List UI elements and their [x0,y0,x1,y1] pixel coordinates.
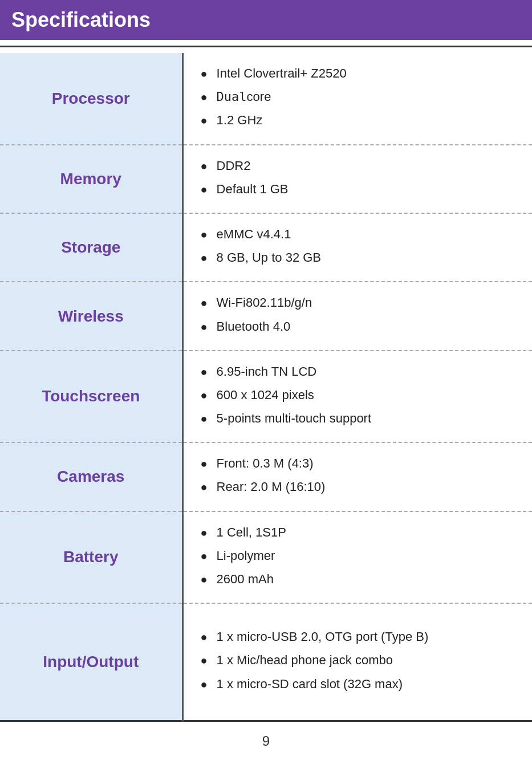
spec-detail: eMMC v4.4.18 GB, Up to 32 GB [182,213,532,282]
spec-detail-item: Li-polymer [201,546,515,566]
spec-table: ProcessorIntel Clovertrail+ Z2520Dual co… [0,53,532,722]
table-row: ProcessorIntel Clovertrail+ Z2520Dual co… [0,53,532,145]
spec-label: Storage [0,213,182,282]
spec-detail: Intel Clovertrail+ Z2520Dual core1.2 GHz [182,53,532,145]
spec-detail-item: 5-points multi-touch support [201,408,515,428]
table-row: StorageeMMC v4.4.18 GB, Up to 32 GB [0,213,532,282]
spec-label: Memory [0,145,182,213]
spec-detail-item: 1 Cell, 1S1P [201,522,515,542]
spec-detail-item: 8 GB, Up to 32 GB [201,247,515,267]
page-title: Specifications [11,8,151,31]
spec-detail-item: Rear: 2.0 M (16:10) [201,477,515,497]
spec-detail-item: Default 1 GB [201,179,515,199]
spec-detail-item: 600 x 1024 pixels [201,385,515,405]
spec-detail-item: Front: 0.3 M (4:3) [201,453,515,473]
page-wrapper: Specifications ProcessorIntel Clovertrai… [0,0,532,761]
table-row: MemoryDDR2Default 1 GB [0,145,532,213]
spec-detail: Front: 0.3 M (4:3)Rear: 2.0 M (16:10) [182,442,532,511]
spec-detail-item: 1 x micro-USB 2.0, OTG port (Type B) [201,627,515,647]
spec-detail-item: Dual core [201,87,515,107]
spec-detail: DDR2Default 1 GB [182,145,532,213]
top-border [0,46,532,47]
table-row: WirelessWi-Fi802.11b/g/nBluetooth 4.0 [0,282,532,350]
spec-detail-item: 1.2 GHz [201,110,515,130]
spec-detail-item: Wi-Fi802.11b/g/n [201,292,515,312]
header: Specifications [0,0,532,40]
spec-detail-item: 1 x micro-SD card slot (32G max) [201,674,515,694]
table-row: CamerasFront: 0.3 M (4:3)Rear: 2.0 M (16… [0,442,532,511]
page-number: 9 [0,722,532,761]
spec-detail-item: 1 x Mic/head phone jack combo [201,650,515,670]
spec-detail-item: Bluetooth 4.0 [201,316,515,336]
spec-detail-item: Intel Clovertrail+ Z2520 [201,63,515,83]
spec-label: Battery [0,511,182,604]
spec-label: Wireless [0,282,182,350]
table-row: Input/Output1 x micro-USB 2.0, OTG port … [0,603,532,721]
spec-detail-item: DDR2 [201,156,515,176]
spec-label: Cameras [0,442,182,511]
spec-label: Input/Output [0,603,182,721]
spec-detail-item: 6.95-inch TN LCD [201,361,515,381]
spec-detail: 1 x micro-USB 2.0, OTG port (Type B)1 x … [182,603,532,721]
spec-label: Touchscreen [0,351,182,443]
spec-detail: Wi-Fi802.11b/g/nBluetooth 4.0 [182,282,532,350]
table-row: Battery1 Cell, 1S1PLi-polymer2600 mAh [0,511,532,604]
spec-detail: 6.95-inch TN LCD600 x 1024 pixels5-point… [182,351,532,443]
spec-label: Processor [0,53,182,145]
table-row: Touchscreen6.95-inch TN LCD600 x 1024 pi… [0,351,532,443]
spec-detail-item: 2600 mAh [201,569,515,589]
spec-detail: 1 Cell, 1S1PLi-polymer2600 mAh [182,511,532,604]
spec-detail-item: eMMC v4.4.1 [201,224,515,244]
